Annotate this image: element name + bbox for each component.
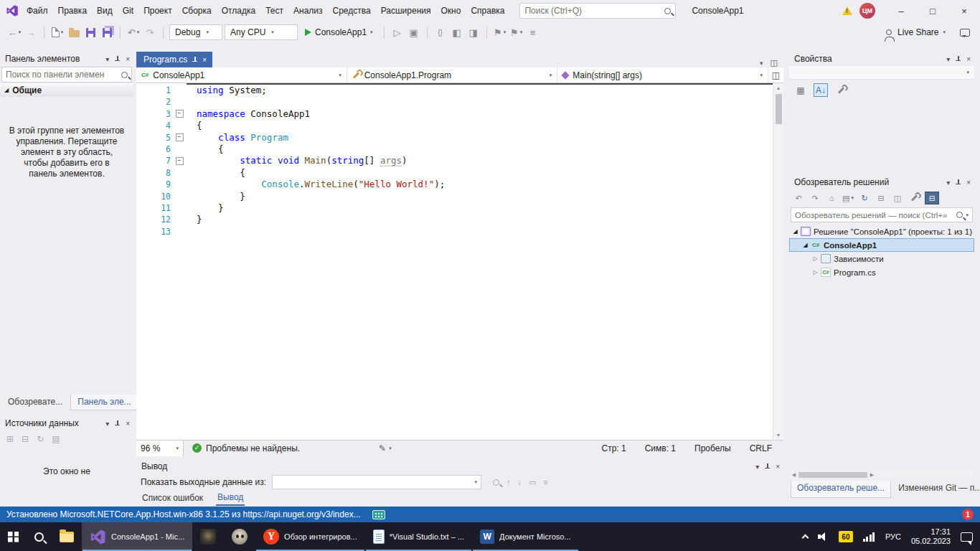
menu-item[interactable]: Средства — [328, 0, 376, 22]
refresh-data-source-icon[interactable]: ↻ — [37, 434, 44, 444]
save-icon[interactable] — [83, 24, 98, 40]
live-share-button[interactable]: Live Share ▾ — [886, 27, 980, 37]
taskbar-app-app2[interactable] — [224, 522, 255, 551]
toolbox-search-box[interactable] — [1, 67, 132, 83]
tree-item[interactable]: ▷Зависимости — [789, 252, 974, 265]
open-file-icon[interactable] — [67, 24, 81, 40]
pin-icon[interactable] — [115, 56, 120, 62]
edit-mode-dropdown[interactable]: ✎▾ — [379, 443, 392, 453]
new-file-icon[interactable]: ▾ — [50, 24, 65, 40]
notification-badge[interactable]: 1 — [962, 509, 974, 520]
undo-icon[interactable]: ↶▾ — [126, 24, 141, 40]
back-icon[interactable]: ↶ — [793, 192, 804, 204]
code-line[interactable]: 13 — [136, 226, 773, 237]
scrollbar-thumb[interactable] — [776, 94, 782, 124]
start-without-debugging-icon[interactable]: ▷ — [390, 24, 405, 40]
split-editor-button[interactable]: ◫ — [768, 67, 783, 83]
save-all-icon[interactable] — [100, 24, 114, 40]
output-header[interactable]: Вывод ▾× — [136, 459, 783, 474]
switch-views-icon[interactable]: ▤▾ — [842, 192, 854, 204]
solution-configuration-dropdown[interactable]: Debug▾ — [169, 24, 222, 40]
start-debugging-button[interactable]: ConsoleApp1 ▾ — [300, 24, 378, 40]
tab-error-list[interactable]: Список ошибок — [141, 491, 204, 505]
panel-menu-icon[interactable]: ▾ — [946, 179, 950, 187]
pin-icon[interactable] — [956, 56, 961, 62]
tree-item[interactable]: ◢Решение "ConsoleApp1" (проекты: 1 из 1) — [789, 225, 974, 238]
taskbar-app-visual-studio[interactable]: ConsoleApp1 - Mic... — [82, 522, 192, 551]
quick-search-box[interactable] — [519, 3, 676, 19]
properties-header[interactable]: Свойства ▾× — [789, 52, 974, 66]
taskbar-app-notepad[interactable]: *Visual Studio.txt – ... — [365, 522, 472, 551]
next-bookmark-icon[interactable]: ⚑▾ — [509, 24, 524, 40]
navigate-back-icon[interactable]: ←▾ — [7, 24, 22, 40]
spaces-indicator[interactable]: Пробелы — [694, 443, 731, 453]
close-icon[interactable]: × — [966, 55, 971, 63]
code-health-indicator[interactable]: ✓ Проблемы не найдены. — [192, 443, 300, 453]
search-options-chevron-icon[interactable]: ▾ — [966, 212, 969, 218]
code-line[interactable]: 8 { — [136, 167, 773, 179]
clock[interactable]: 17:31 05.02.2023 — [911, 527, 951, 546]
menu-item[interactable]: Правка — [53, 0, 93, 22]
code-line[interactable]: 4{ — [136, 120, 773, 131]
menu-item[interactable]: Справка — [466, 0, 509, 22]
toolbox-search-input[interactable] — [6, 70, 118, 80]
scroll-left-icon[interactable]: ◀ — [789, 472, 798, 478]
scroll-up-icon[interactable]: ▲ — [776, 83, 781, 93]
clear-all-icon[interactable]: ▭ — [529, 478, 536, 487]
fold-collapse-icon[interactable] — [172, 132, 187, 143]
code-editor[interactable]: 1using System;23namespace ConsoleApp14{5… — [136, 83, 783, 440]
find-message-icon[interactable] — [493, 479, 499, 486]
solution-horizontal-scrollbar[interactable]: ◀ ▶ — [789, 471, 974, 479]
uncomment-icon[interactable]: ◨ — [466, 24, 481, 40]
toolbox-section-general[interactable]: ◢ Общие — [0, 83, 133, 97]
menu-item[interactable]: Проект — [138, 0, 177, 22]
close-icon[interactable]: × — [966, 179, 971, 187]
tab-server-explorer[interactable]: Обозревате... — [1, 395, 69, 410]
menu-item[interactable]: Отладка — [217, 0, 260, 22]
scroll-down-icon[interactable]: ▼ — [776, 430, 781, 440]
menu-item[interactable]: Вид — [92, 0, 118, 22]
code-structure-icon[interactable]: {} — [433, 24, 448, 40]
code-line[interactable]: 11 } — [136, 202, 773, 214]
action-center-icon[interactable] — [961, 532, 973, 542]
word-wrap-icon[interactable]: ≡ — [543, 478, 547, 486]
menu-item[interactable]: Расширения — [376, 0, 436, 22]
tab-toolbox[interactable]: Панель эле... — [70, 395, 138, 410]
menu-item[interactable]: Git — [118, 0, 138, 22]
panel-menu-icon[interactable]: ▾ — [105, 420, 109, 428]
show-all-files-icon[interactable]: ◫ — [892, 192, 903, 204]
outlining-icon[interactable]: ≡ — [526, 24, 540, 40]
property-pages-icon[interactable] — [834, 83, 848, 97]
properties-object-dropdown[interactable]: ▾ — [789, 66, 974, 80]
code-line[interactable]: 1using System; — [136, 85, 773, 96]
comment-icon[interactable]: ◧ — [450, 24, 464, 40]
battery-indicator[interactable]: 60 — [839, 531, 853, 542]
next-message-icon[interactable]: ↓ — [517, 478, 522, 486]
fold-collapse-icon[interactable] — [172, 108, 187, 120]
tree-expander-icon[interactable]: ▷ — [811, 269, 820, 276]
performance-profiler-icon[interactable]: ▣ — [407, 24, 421, 40]
panel-menu-icon[interactable]: ▾ — [946, 55, 950, 63]
float-window-icon[interactable]: ◫ — [771, 58, 778, 67]
close-tab-icon[interactable]: × — [202, 56, 207, 64]
tab-output[interactable]: Вывод — [216, 491, 245, 506]
taskbar-app-search[interactable] — [27, 522, 52, 551]
close-icon[interactable]: × — [126, 420, 130, 428]
taskbar-app-start[interactable] — [0, 522, 27, 551]
pin-icon[interactable] — [115, 420, 120, 427]
tree-expander-icon[interactable]: ▷ — [811, 255, 820, 262]
menu-item[interactable]: Анализ — [288, 0, 328, 22]
pin-icon[interactable] — [765, 463, 770, 470]
taskbar-app-yandex-browser[interactable]: YОбзор интегриров... — [255, 522, 365, 551]
tab-list-chevron-icon[interactable]: ▾ — [760, 60, 763, 67]
output-source-dropdown[interactable]: ▾ — [272, 475, 481, 489]
feedback-icon[interactable] — [960, 29, 970, 37]
edit-data-source-icon[interactable]: ⊟ — [22, 434, 29, 444]
close-icon[interactable]: × — [126, 55, 130, 63]
redo-icon[interactable]: ↷ — [143, 24, 157, 40]
menu-item[interactable]: Тест — [260, 0, 288, 22]
document-tab-program-cs[interactable]: Program.cs × — [136, 52, 212, 67]
editor-vertical-scrollbar[interactable]: ▲ ▼ — [773, 83, 783, 440]
fold-collapse-icon[interactable] — [172, 155, 187, 166]
quick-search-input[interactable] — [524, 6, 661, 16]
